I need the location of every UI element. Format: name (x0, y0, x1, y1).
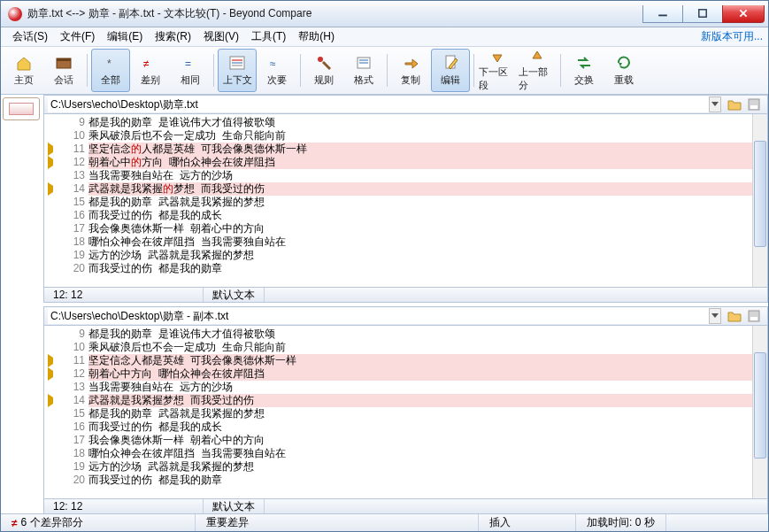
menubar: 会话(S)文件(F)编辑(E)搜索(R)视图(V)工具(T)帮助(H) 新版本可… (1, 27, 768, 47)
edit-icon (442, 54, 459, 72)
text-line[interactable]: 都是我的勋章 武器就是我紧握的梦想 (88, 196, 752, 209)
bottom-editor[interactable]: 91011121314151617181920 都是我的勋章 是谁说伟大才值得被… (43, 326, 768, 498)
tb-context[interactable]: 上下文 (218, 49, 257, 92)
text-line[interactable]: 而我受过的伤 都是我的勋章 (88, 474, 752, 487)
new-version-link[interactable]: 新版本可用... (701, 29, 763, 44)
svg-text:≈: ≈ (270, 58, 276, 69)
top-gutter: 91011121314151617181920 (57, 114, 88, 287)
text-line[interactable]: 坚定信念人都是英雄 可我会像奥德休斯一样 (88, 354, 752, 367)
tb-label: 次要 (267, 73, 287, 87)
tb-label: 下一区段 (479, 66, 516, 92)
text-line[interactable]: 乘风破浪后也不会一定成功 生命只能向前 (88, 129, 752, 143)
tb-rules[interactable]: 规则 (304, 49, 343, 92)
rules-icon (315, 54, 333, 72)
tb-label: 上一部分 (519, 66, 556, 92)
app-logo-icon (8, 7, 22, 21)
bottom-save-icon[interactable] (745, 308, 763, 324)
tb-label: 差别 (141, 73, 160, 87)
bottom-path-input[interactable] (48, 308, 709, 324)
tb-session[interactable]: 会话 (44, 49, 83, 92)
bottom-pathbar (43, 306, 768, 326)
text-line[interactable]: 当我需要独自站在 远方的沙场 (88, 381, 752, 394)
swap-icon (575, 54, 593, 72)
text-line[interactable]: 乘风破浪后也不会一定成功 生命只能向前 (88, 341, 752, 354)
text-line[interactable]: 远方的沙场 武器就是我紧握的梦想 (88, 249, 752, 262)
menu-搜索[interactable]: 搜索(R) (149, 27, 197, 46)
tb-home[interactable]: 主页 (4, 49, 43, 92)
text-line[interactable]: 当我需要独自站在 远方的沙场 (88, 169, 752, 182)
context-icon (228, 54, 246, 72)
text-line[interactable]: 远方的沙场 武器就是我紧握的梦想 (88, 460, 752, 474)
svg-rect-5 (57, 58, 71, 61)
bottom-vscrollbar[interactable] (752, 326, 767, 498)
text-line[interactable]: 我会像奥德休斯一样 朝着心中的方向 (88, 222, 752, 235)
tb-copy[interactable]: 复制 (391, 49, 430, 92)
toolbar: 主页会话*全部≠差别=相同上下文≈次要规则格式复制编辑下一区段上一部分交换重载 (1, 47, 768, 95)
text-line[interactable]: 朝着心中的方向 哪怕众神会在彼岸阻挡 (88, 156, 752, 169)
svg-text:=: = (185, 58, 191, 68)
tb-label: 格式 (354, 73, 373, 87)
close-button[interactable] (722, 5, 765, 23)
tb-all[interactable]: *全部 (91, 49, 130, 92)
top-editor[interactable]: 91011121314151617181920 都是我的勋章 是谁说伟大才值得被… (43, 114, 768, 287)
tb-label: 重载 (614, 73, 634, 87)
bottom-path-dropdown[interactable] (709, 308, 721, 324)
tb-prev-part[interactable]: 上一部分 (518, 49, 557, 92)
session-tab[interactable] (3, 97, 40, 120)
top-open-folder-icon[interactable] (726, 96, 743, 112)
text-line[interactable]: 武器就是我紧握的梦想 而我受过的伤 (88, 182, 752, 196)
menu-文件[interactable]: 文件(F) (54, 27, 101, 46)
text-line[interactable]: 都是我的勋章 是谁说伟大才值得被歌颂 (88, 328, 752, 341)
text-line[interactable]: 我会像奥德休斯一样 朝着心中的方向 (88, 434, 752, 447)
menu-视图[interactable]: 视图(V) (197, 27, 245, 46)
menu-工具[interactable]: 工具(T) (245, 27, 292, 46)
tb-edit[interactable]: 编辑 (431, 49, 470, 92)
text-line[interactable]: 都是我的勋章 武器就是我紧握的梦想 (88, 407, 752, 420)
tb-minor[interactable]: ≈次要 (258, 49, 296, 92)
session-icon (55, 54, 73, 72)
tb-format[interactable]: 格式 (344, 49, 383, 92)
tb-reload[interactable]: 重载 (604, 49, 643, 92)
top-statusline: 12: 12 默认文本 (43, 287, 768, 303)
menu-会话[interactable]: 会话(S) (6, 27, 54, 46)
top-path-dropdown[interactable] (709, 96, 721, 112)
text-line[interactable]: 朝着心中方向 哪怕众神会在彼岸阻挡 (88, 367, 752, 381)
text-line[interactable]: 坚定信念的人都是英雄 可我会像奥德休斯一样 (88, 143, 752, 156)
text-line[interactable]: 哪怕众神会在彼岸阻挡 当我需要独自站在 (88, 235, 752, 249)
svg-marker-23 (711, 102, 719, 106)
tb-swap[interactable]: 交换 (565, 49, 604, 92)
text-line[interactable]: 而我受过的伤 都是我的勋章 (88, 262, 752, 275)
text-line[interactable]: 哪怕众神会在彼岸阻挡 当我需要独自站在 (88, 447, 752, 460)
top-path-input[interactable] (48, 96, 709, 112)
important-diff: 重要差异 (196, 514, 479, 531)
top-vscrollbar[interactable] (752, 114, 767, 287)
next-sec-icon (488, 50, 506, 64)
tb-same[interactable]: =相同 (171, 49, 210, 92)
minimize-button[interactable] (642, 5, 683, 23)
text-line[interactable]: 武器就是我紧握梦想 而我受过的伤 (88, 394, 752, 407)
menu-编辑[interactable]: 编辑(E) (101, 27, 149, 46)
bottom-gutter: 91011121314151617181920 (57, 326, 88, 498)
tb-diff[interactable]: ≠差别 (131, 49, 170, 92)
tb-label: 主页 (14, 73, 34, 87)
tb-next-sec[interactable]: 下一区段 (478, 49, 517, 92)
all-icon: * (102, 54, 119, 72)
text-line[interactable]: 而我受过的伤 都是我的成长 (88, 420, 752, 434)
top-encoding: 默认文本 (204, 288, 265, 302)
top-save-icon[interactable] (745, 96, 763, 112)
prev-part-icon (528, 50, 546, 64)
titlebar: 勋章.txt <--> 勋章 - 副本.txt - 文本比较(T) - Beyo… (1, 1, 768, 27)
tb-label: 编辑 (441, 73, 460, 87)
text-line[interactable]: 而我受过的伤 都是我的成长 (88, 209, 752, 222)
bottom-encoding: 默认文本 (204, 499, 265, 513)
format-icon (355, 54, 373, 72)
window-title: 勋章.txt <--> 勋章 - 副本.txt - 文本比较(T) - Beyo… (27, 6, 311, 21)
svg-text:≠: ≠ (143, 58, 150, 68)
menu-帮助[interactable]: 帮助(H) (292, 27, 341, 46)
svg-rect-28 (750, 317, 757, 320)
maximize-button[interactable] (682, 5, 723, 23)
text-line[interactable]: 都是我的勋章 是谁说伟大才值得被歌颂 (88, 116, 752, 129)
bottom-open-folder-icon[interactable] (726, 308, 743, 324)
svg-rect-1 (699, 10, 706, 17)
svg-point-14 (318, 57, 323, 62)
